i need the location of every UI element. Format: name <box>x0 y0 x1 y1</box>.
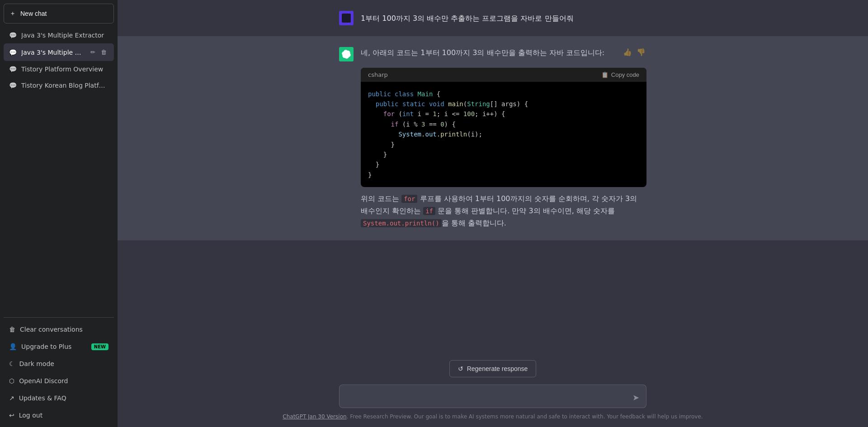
dark-mode-label: Dark mode <box>19 360 54 367</box>
code-header: csharp 📋 Copy code <box>361 68 646 82</box>
chat-icon: 💬 <box>9 32 17 39</box>
input-area: ➤ ChatGPT Jan 30 Version. Free Research … <box>118 385 868 427</box>
moon-icon: ☾ <box>9 360 15 367</box>
conversation-title: Java 3's Multiple Prints <box>21 49 84 56</box>
logout-label: Log out <box>19 412 42 419</box>
main-content: 1부터 100까지 3의 배수만 추출하는 프로그램을 자바로 만들어줘 네, … <box>118 0 868 427</box>
new-chat-label: New chat <box>20 10 47 17</box>
copy-code-label: Copy code <box>611 71 639 78</box>
upgrade-to-plus-button[interactable]: 👤 Upgrade to Plus NEW <box>4 338 114 355</box>
refresh-icon: ↺ <box>458 365 463 372</box>
dark-mode-button[interactable]: ☾ Dark mode <box>4 356 114 372</box>
new-chat-button[interactable]: ＋ New chat <box>4 4 114 23</box>
send-button[interactable]: ➤ <box>631 391 641 404</box>
discord-button[interactable]: ⬡ OpenAI Discord <box>4 373 114 389</box>
thumbs-down-button[interactable]: 👎 <box>636 47 646 57</box>
chat-icon: 💬 <box>9 82 17 89</box>
edit-conversation-button[interactable]: ✏ <box>89 48 97 56</box>
user-avatar-icon <box>342 14 351 23</box>
sidebar: ＋ New chat 💬 Java 3's Multiple Extractor… <box>0 0 118 427</box>
trash-icon: 🗑 <box>9 326 15 333</box>
footer-description: . Free Research Preview. Our goal is to … <box>347 413 703 420</box>
code-block: csharp 📋 Copy code public class Main { p… <box>361 68 646 188</box>
new-badge: NEW <box>91 343 108 350</box>
assistant-message-row: 네, 아래의 코드는 1부터 100까지 3의 배수만을 출력하는 자바 코드입… <box>118 36 868 240</box>
sidebar-divider <box>4 317 114 318</box>
code-language-label: csharp <box>368 71 388 78</box>
assistant-message-inner: 네, 아래의 코드는 1부터 100까지 3의 배수만을 출력하는 자바 코드입… <box>339 47 646 230</box>
clear-conversations-button[interactable]: 🗑 Clear conversations <box>4 321 114 338</box>
chat-item-actions: ✏ 🗑 <box>89 48 108 56</box>
sidebar-bottom: 🗑 Clear conversations 👤 Upgrade to Plus … <box>4 321 114 423</box>
copy-icon: 📋 <box>601 71 609 78</box>
updates-faq-button[interactable]: ↗ Updates & FAQ <box>4 390 114 406</box>
conversation-item-java-extractor[interactable]: 💬 Java 3's Multiple Extractor <box>4 27 114 43</box>
message-actions: 👍 👎 <box>622 47 646 57</box>
input-wrapper: ➤ <box>339 385 646 410</box>
updates-label: Updates & FAQ <box>19 394 66 402</box>
plus-icon: ＋ <box>9 9 16 18</box>
upgrade-label: Upgrade to Plus <box>21 343 71 350</box>
log-out-button[interactable]: ↩ Log out <box>4 407 114 423</box>
chat-area: 1부터 100까지 3의 배수만 추출하는 프로그램을 자바로 만들어줘 네, … <box>118 0 868 353</box>
copy-code-button[interactable]: 📋 Copy code <box>601 71 639 78</box>
conversation-item-tistory-overview[interactable]: 💬 Tistory Platform Overview <box>4 61 114 77</box>
user-icon: 👤 <box>9 343 17 350</box>
external-link-icon: ↗ <box>9 394 14 402</box>
regenerate-label: Regenerate response <box>467 365 528 372</box>
conversation-title: Tistory Platform Overview <box>21 66 108 73</box>
conversation-item-java-prints[interactable]: 💬 Java 3's Multiple Prints ✏ 🗑 <box>4 43 114 61</box>
thumbs-up-button[interactable]: 👍 <box>622 47 633 57</box>
assistant-avatar <box>339 47 354 61</box>
user-message-inner: 1부터 100까지 3의 배수만 추출하는 프로그램을 자바로 만들어줘 <box>339 11 646 25</box>
conversation-item-tistory-korean[interactable]: 💬 Tistory Korean Blog Platform <box>4 77 114 94</box>
send-icon: ➤ <box>632 393 639 402</box>
assistant-intro-text: 네, 아래의 코드는 1부터 100까지 3의 배수만을 출력하는 자바 코드입… <box>361 47 618 62</box>
conversation-title: Tistory Korean Blog Platform <box>21 82 108 89</box>
user-message-row: 1부터 100까지 3의 배수만 추출하는 프로그램을 자바로 만들어줘 <box>118 0 868 36</box>
regenerate-area: ↺ Regenerate response <box>118 353 868 385</box>
clear-conversations-label: Clear conversations <box>20 326 83 333</box>
user-avatar <box>339 11 354 25</box>
chat-input[interactable] <box>339 385 646 408</box>
discord-label: OpenAI Discord <box>19 377 68 385</box>
chatgpt-version-link[interactable]: ChatGPT Jan 30 Version <box>283 413 346 420</box>
regenerate-button[interactable]: ↺ Regenerate response <box>449 360 537 377</box>
delete-conversation-button[interactable]: 🗑 <box>99 48 108 56</box>
conversation-title: Java 3's Multiple Extractor <box>21 32 108 39</box>
code-content: public class Main { public static void m… <box>361 82 646 188</box>
footer-text: ChatGPT Jan 30 Version. Free Research Pr… <box>283 413 703 420</box>
logout-icon: ↩ <box>9 412 14 419</box>
assistant-message-content: 네, 아래의 코드는 1부터 100까지 3의 배수만을 출력하는 자바 코드입… <box>361 47 646 230</box>
discord-icon: ⬡ <box>9 377 14 385</box>
chat-icon: 💬 <box>9 66 17 73</box>
user-message-text: 1부터 100까지 3의 배수만 추출하는 프로그램을 자바로 만들어줘 <box>361 11 574 24</box>
conversation-list: 💬 Java 3's Multiple Extractor 💬 Java 3's… <box>4 27 114 314</box>
chat-icon: 💬 <box>9 49 17 56</box>
code-explanation: 위의 코드는 for 루프를 사용하여 1부터 100까지의 숫자를 순회하며,… <box>361 192 646 230</box>
